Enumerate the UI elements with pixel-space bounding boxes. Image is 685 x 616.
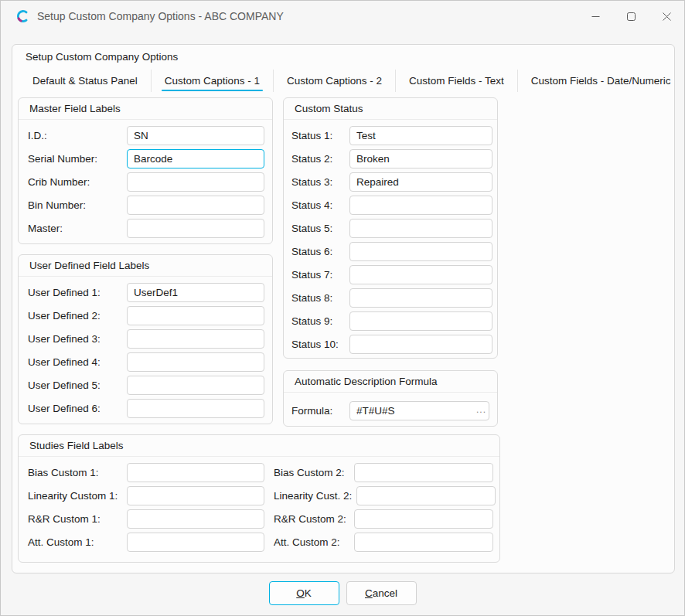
input-status-4[interactable]	[349, 196, 492, 215]
input-user-defined-4[interactable]	[127, 352, 264, 372]
input-user-defined-3[interactable]	[127, 329, 264, 349]
group-title-formula: Automatic Description Formula	[284, 371, 497, 393]
close-button[interactable]	[649, 1, 684, 32]
field-row: Status 10:	[291, 332, 489, 356]
input-r-r-custom-1[interactable]	[127, 509, 264, 529]
tab-custom-captions-1[interactable]: Custom Captions - 1	[152, 70, 274, 92]
field-row: Status 4:	[291, 193, 489, 216]
field-row: I.D.:	[28, 124, 264, 147]
input-status-10[interactable]	[349, 335, 492, 354]
label-status-9: Status 9:	[291, 315, 349, 327]
group-title-user-defined: User Defined Field Labels	[19, 255, 272, 277]
user-defined-fields: User Defined 1:User Defined 2:User Defin…	[19, 277, 272, 420]
studies-fields-right: Bias Custom 2:Linearity Cust. 2:R&R Cust…	[274, 461, 496, 553]
tab-custom-captions-2[interactable]: Custom Captions - 2	[274, 70, 396, 92]
group-title-studies: Studies Field Labels	[19, 435, 499, 457]
automatic-description-formula-group: Automatic Description Formula Formula: .…	[283, 370, 498, 427]
field-row: R&R Custom 2:	[274, 507, 496, 530]
input-status-2[interactable]	[349, 149, 492, 168]
studies-fields-left: Bias Custom 1:Linearity Custom 1:R&R Cus…	[28, 461, 264, 553]
minimize-icon	[591, 12, 600, 21]
input-status-6[interactable]	[349, 242, 492, 261]
label-status-8: Status 8:	[291, 292, 349, 304]
field-row: Serial Number:	[28, 147, 264, 170]
field-row: Status 5:	[291, 216, 489, 240]
input-master[interactable]	[127, 219, 264, 238]
input-serial-number[interactable]	[127, 149, 264, 168]
input-user-defined-2[interactable]	[127, 306, 264, 325]
field-row: User Defined 1:	[28, 281, 264, 304]
label-r-r-custom-1: R&R Custom 1:	[28, 513, 127, 525]
label-user-defined-1: User Defined 1:	[28, 287, 127, 298]
label-i-d: I.D.:	[28, 130, 127, 141]
formula-input-wrap: ...	[349, 401, 489, 420]
input-user-defined-1[interactable]	[127, 283, 264, 302]
input-status-5[interactable]	[349, 219, 492, 238]
field-row: R&R Custom 1:	[28, 507, 264, 530]
field-row: Linearity Custom 1:	[28, 484, 264, 507]
input-i-d[interactable]	[127, 126, 264, 145]
tab-custom-fields-date-numeric[interactable]: Custom Fields - Date/Numeric	[518, 70, 684, 92]
field-row: User Defined 5:	[28, 373, 264, 396]
formula-row-container: Formula: ...	[284, 393, 497, 422]
input-status-3[interactable]	[349, 172, 492, 192]
field-row: Status 6:	[291, 240, 489, 263]
label-user-defined-2: User Defined 2:	[28, 310, 127, 322]
input-status-9[interactable]	[349, 311, 492, 331]
maximize-button[interactable]	[613, 1, 649, 32]
cancel-button-label: Cancel	[365, 587, 397, 599]
label-status-6: Status 6:	[291, 246, 349, 257]
formula-input[interactable]	[349, 401, 489, 420]
input-status-1[interactable]	[349, 126, 492, 145]
ok-button[interactable]: OK	[269, 581, 339, 605]
field-row: Att. Custom 1:	[28, 530, 264, 553]
label-status-5: Status 5:	[291, 223, 349, 234]
input-status-8[interactable]	[349, 288, 492, 308]
tab-default-status-panel[interactable]: Default & Status Panel	[19, 70, 152, 92]
label-att-custom-2: Att. Custom 2:	[274, 536, 354, 548]
input-user-defined-5[interactable]	[127, 376, 264, 395]
custom-status-group: Custom Status Status 1:Status 2:Status 3…	[283, 97, 498, 359]
field-row: Att. Custom 2:	[274, 530, 496, 553]
master-fields: I.D.:Serial Number:Crib Number:Bin Numbe…	[19, 120, 272, 240]
input-bias-custom-1[interactable]	[127, 463, 264, 482]
label-linearity-cust-2: Linearity Cust. 2:	[274, 490, 356, 502]
custom-status-fields: Status 1:Status 2:Status 3:Status 4:Stat…	[284, 120, 497, 356]
minimize-button[interactable]	[578, 1, 613, 32]
group-title-custom-status: Custom Status	[284, 98, 497, 120]
label-bin-number: Bin Number:	[28, 199, 127, 211]
input-r-r-custom-2[interactable]	[354, 509, 493, 529]
input-bin-number[interactable]	[127, 196, 264, 215]
maximize-icon	[627, 12, 636, 21]
label-user-defined-6: User Defined 6:	[28, 403, 127, 414]
app-logo-icon	[16, 9, 30, 23]
field-row: Status 1:	[291, 124, 489, 147]
label-master: Master:	[28, 223, 127, 234]
field-row: Status 8:	[291, 286, 489, 309]
field-row: Crib Number:	[28, 170, 264, 193]
field-row: User Defined 6:	[28, 396, 264, 420]
field-row: Linearity Cust. 2:	[274, 484, 496, 507]
studies-field-labels-group: Studies Field Labels Bias Custom 1:Linea…	[18, 434, 500, 563]
input-user-defined-6[interactable]	[127, 399, 264, 418]
label-formula: Formula:	[291, 405, 349, 417]
field-row: Status 7:	[291, 263, 489, 286]
field-row: Status 2:	[291, 147, 489, 170]
input-att-custom-2[interactable]	[354, 533, 493, 552]
input-linearity-custom-1[interactable]	[127, 486, 264, 505]
field-row: Status 9:	[291, 309, 489, 332]
input-crib-number[interactable]	[127, 172, 264, 192]
close-icon	[663, 12, 671, 21]
tab-custom-fields-text[interactable]: Custom Fields - Text	[396, 70, 518, 92]
input-bias-custom-2[interactable]	[354, 463, 493, 482]
field-row: Master:	[28, 216, 264, 240]
label-status-3: Status 3:	[291, 176, 349, 188]
formula-browse-button[interactable]: ...	[476, 404, 486, 415]
label-bias-custom-2: Bias Custom 2:	[274, 467, 354, 478]
input-linearity-cust-2[interactable]	[356, 486, 496, 505]
label-crib-number: Crib Number:	[28, 176, 127, 188]
input-att-custom-1[interactable]	[127, 533, 264, 552]
input-status-7[interactable]	[349, 265, 492, 284]
master-field-labels-group: Master Field Labels I.D.:Serial Number:C…	[18, 97, 273, 244]
cancel-button[interactable]: Cancel	[346, 581, 417, 605]
